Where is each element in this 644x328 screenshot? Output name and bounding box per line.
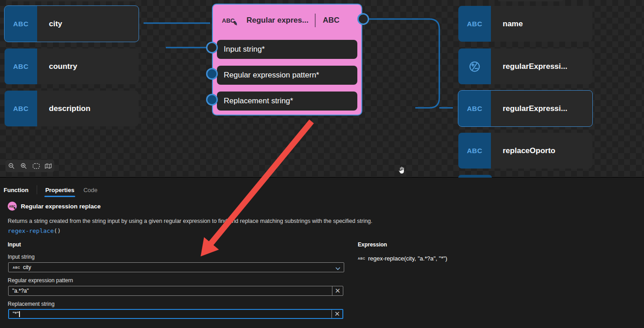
- clipped-node-top-left: [7, 0, 135, 1]
- target-node-regular-expression[interactable]: ABC regularExpressi...: [458, 91, 592, 126]
- abc-edit-icon: ABC✎: [222, 17, 235, 24]
- edge-function-output[interactable]: [363, 19, 439, 108]
- canvas-toolbar: [5, 160, 54, 172]
- minimap-icon[interactable]: [43, 161, 53, 171]
- clear-icon[interactable]: ✕: [332, 286, 343, 295]
- function-description: Returns a string created from the string…: [8, 218, 372, 224]
- function-name: Regular expression replace: [21, 203, 101, 210]
- tab-code[interactable]: Code: [79, 183, 102, 196]
- node-label: replaceOporto: [491, 133, 592, 169]
- input-port-pattern[interactable]: [206, 68, 218, 80]
- hand-cursor-icon: [397, 165, 407, 178]
- chevron-down-icon[interactable]: [335, 265, 341, 272]
- string-type-icon: ABC: [458, 91, 491, 126]
- zoom-in-icon[interactable]: [19, 161, 29, 171]
- clipped-node-top-right: [498, 0, 563, 1]
- input-port-input-string[interactable]: [206, 42, 218, 53]
- pattern-input[interactable]: "a.*?a" ✕: [8, 286, 343, 296]
- pattern-label: Regular expression pattern: [8, 277, 73, 284]
- string-type-icon: ABC: [5, 48, 37, 84]
- expression-section-heading: Expression: [358, 241, 387, 248]
- fit-view-icon[interactable]: [31, 161, 41, 171]
- string-type-icon: ABC: [458, 6, 491, 42]
- target-node-name[interactable]: ABC name: [458, 6, 592, 42]
- function-input-row[interactable]: Replacement string*: [217, 92, 357, 111]
- input-port-replacement[interactable]: [206, 94, 218, 106]
- input-string-label: Input string: [8, 254, 34, 260]
- node-label: description: [37, 91, 139, 126]
- header-divider: [315, 14, 316, 27]
- string-type-icon: ABC: [5, 91, 37, 126]
- pattern-value: "a.*?a": [12, 288, 29, 294]
- target-node-replace-oporto[interactable]: ABC replaceOporto: [458, 133, 592, 169]
- properties-panel: Function Properties Code ABC✎ Regular ex…: [0, 178, 644, 328]
- source-node-city[interactable]: ABC city: [5, 6, 139, 42]
- panel-tabs: Function Properties Code: [0, 183, 102, 196]
- input-section-heading: Input: [8, 241, 21, 248]
- mapper-canvas[interactable]: ABC city ABC country ABC description ABC…: [0, 0, 644, 178]
- panel-title: Function: [0, 187, 32, 193]
- output-port[interactable]: [357, 13, 369, 25]
- expression-value: regex-replace(city, "a.*?a", "*"): [368, 255, 447, 262]
- expression-preview: ABC regex-replace(city, "a.*?a", "*"): [358, 255, 447, 262]
- text-caret: [19, 311, 20, 317]
- string-type-prefix: ABC: [13, 266, 20, 269]
- clipped-node-bottom-right: [458, 175, 492, 178]
- tab-divider: [37, 185, 37, 194]
- zoom-out-icon[interactable]: [7, 161, 17, 171]
- abc-edit-icon: ABC✎: [8, 202, 17, 211]
- replacement-label: Replacement string: [8, 301, 54, 307]
- tab-properties[interactable]: Properties: [41, 183, 79, 196]
- clear-icon[interactable]: ✕: [332, 310, 342, 318]
- node-label: regularExpressi...: [491, 48, 592, 84]
- node-label: country: [37, 48, 139, 84]
- function-info-header: ABC✎ Regular expression replace: [8, 202, 101, 211]
- replacement-input[interactable]: "*" ✕: [8, 309, 343, 319]
- target-node-regular-expression-number[interactable]: regularExpressi...: [458, 48, 592, 84]
- string-type-prefix: ABC: [358, 257, 365, 260]
- function-node-header: ABC✎ Regular expres... ABC: [213, 5, 361, 36]
- source-node-description[interactable]: ABC description: [5, 91, 139, 126]
- string-type-icon: ABC: [5, 6, 37, 42]
- string-type-icon: ABC: [458, 133, 491, 169]
- input-string-value: city: [23, 264, 31, 270]
- node-label: name: [491, 6, 592, 42]
- function-node-title: Regular expres...: [246, 16, 308, 25]
- function-input-row[interactable]: Regular expression pattern*: [217, 66, 357, 85]
- number-type-icon: [458, 48, 491, 84]
- source-node-country[interactable]: ABC country: [5, 48, 139, 84]
- node-label: city: [37, 6, 139, 42]
- function-input-row[interactable]: Input string*: [217, 40, 357, 59]
- function-node-regex-replace[interactable]: ABC✎ Regular expres... ABC Input string*…: [212, 4, 362, 116]
- replacement-value: "*": [13, 311, 19, 317]
- function-signature: regex-replace(): [8, 227, 61, 234]
- node-label: regularExpressi...: [491, 91, 592, 126]
- input-string-dropdown[interactable]: ABC city: [8, 262, 344, 272]
- output-type-badge: ABC: [323, 16, 340, 25]
